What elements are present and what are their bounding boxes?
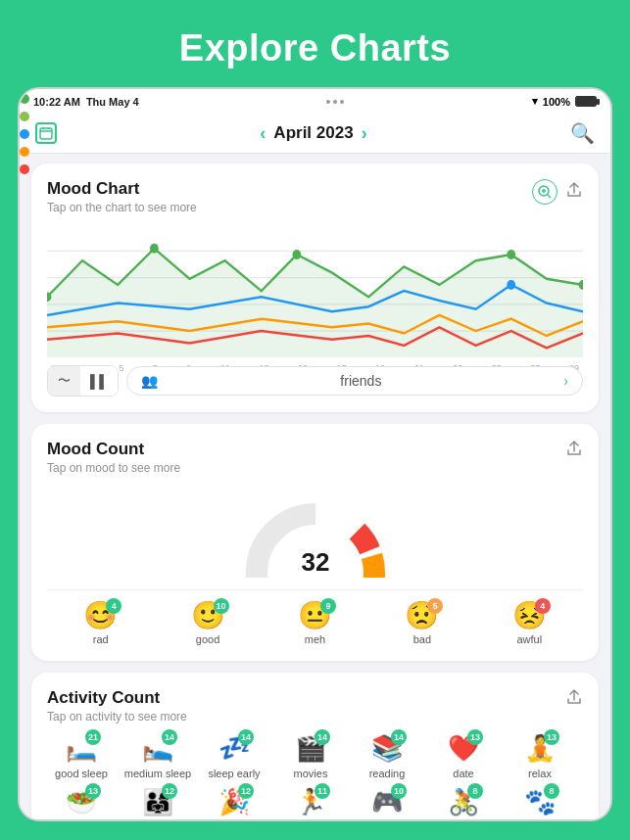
mood-item-rad[interactable]: 😊 4 rad: [83, 602, 118, 645]
mood-chart-header: Mood Chart Tap on the chart to see more: [47, 179, 583, 214]
activity-icon-wrap-cycling: 🚴 8: [448, 787, 479, 817]
activity-item-movies[interactable]: 🎬 14 movies: [276, 733, 345, 779]
month-label: April 2023: [273, 123, 353, 143]
wifi-icon: ▾: [532, 95, 538, 108]
mood-item-bad[interactable]: 😟 5 bad: [405, 602, 439, 645]
chevron-right-icon: ›: [563, 373, 568, 389]
header-area: Explore Charts: [0, 0, 630, 87]
nav-center: ‹ April 2023 ›: [260, 123, 366, 144]
mood-item-meh[interactable]: 😐 9 meh: [298, 602, 332, 645]
activity-icon-wrap-party: 🎉 12: [218, 787, 250, 817]
chart-type-buttons: 〜 ▌▌: [47, 365, 119, 397]
awful-label: awful: [516, 633, 542, 645]
reading-badge: 14: [391, 729, 407, 745]
activity-item-run[interactable]: 🏃 11 run: [276, 787, 345, 819]
cycling-badge: 8: [467, 783, 483, 799]
activity-grid: 🛏️ 21 good sleep 🛌 14 medium sleep 💤: [47, 733, 583, 819]
status-time: 10:22 AM: [33, 96, 80, 108]
meh-label: meh: [305, 633, 325, 645]
bad-label: bad: [413, 633, 431, 645]
pets-badge: 8: [544, 783, 559, 799]
activity-icon-wrap-gaming: 🎮 10: [371, 787, 403, 817]
mood-count-card: Mood Count Tap on mood to see more: [31, 424, 599, 661]
good-sleep-badge: 21: [85, 729, 101, 745]
mood-chart-share-button[interactable]: [565, 181, 583, 204]
activity-item-relax[interactable]: 🧘 13 relax: [506, 733, 574, 779]
activity-icon-wrap-eat-healthy: 🥗 13: [66, 787, 97, 817]
status-dots: [326, 100, 344, 104]
mood-count-subtitle: Tap on mood to see more: [47, 461, 180, 475]
activity-icon-wrap-reading: 📚 14: [371, 733, 403, 764]
activity-icon-wrap-sleep-early: 💤 14: [218, 733, 250, 764]
mood-chart-subtitle: Tap on the chart to see more: [47, 201, 197, 214]
activity-count-share-button[interactable]: [565, 688, 583, 711]
prev-month-button[interactable]: ‹: [260, 123, 266, 144]
status-right: ▾ 100%: [532, 95, 597, 108]
bad-badge: 5: [427, 598, 443, 614]
chart-area: 1 3 5 7 9 11 13 15 17 19 21 23 25 27: [47, 224, 583, 357]
medium-sleep-badge: 14: [162, 729, 177, 745]
activity-item-gaming[interactable]: 🎮 10 gaming: [353, 787, 421, 819]
page-title: Explore Charts: [20, 27, 610, 70]
mood-item-good[interactable]: 🙂 10 good: [191, 602, 225, 645]
activity-item-reading[interactable]: 📚 14 reading: [353, 733, 421, 779]
next-month-button[interactable]: ›: [362, 123, 367, 144]
zoom-button[interactable]: [532, 179, 557, 205]
mood-item-awful[interactable]: 😣 4 awful: [512, 602, 547, 645]
medium-sleep-label: medium sleep: [124, 768, 191, 779]
search-icon[interactable]: 🔍: [570, 121, 595, 145]
activity-count-header: Activity Count Tap on activity to see mo…: [47, 688, 583, 723]
relax-badge: 13: [544, 729, 559, 745]
activity-item-sleep-early[interactable]: 💤 14 sleep early: [200, 733, 268, 779]
mood-emoji-wrap-good: 🙂 10: [191, 602, 225, 630]
svg-point-14: [150, 244, 159, 254]
svg-point-18: [507, 280, 515, 290]
battery-icon: [575, 96, 597, 107]
bar-chart-button[interactable]: ▌▌: [80, 366, 118, 396]
svg-point-15: [293, 250, 302, 259]
mood-chart-title: Mood Chart: [47, 179, 197, 199]
mood-count-title: Mood Count: [47, 440, 180, 459]
friends-filter-button[interactable]: 👥 friends ›: [126, 366, 583, 396]
date-label: date: [453, 768, 473, 779]
mood-emoji-wrap-bad: 😟 5: [405, 602, 439, 630]
line-chart-button[interactable]: 〜: [48, 366, 80, 396]
activity-item-family[interactable]: 👨‍👩‍👧 12 family: [123, 787, 192, 819]
activity-item-cycling[interactable]: 🚴 8 cycling: [429, 787, 498, 819]
activity-item-date[interactable]: ❤️ 13 date: [429, 733, 498, 779]
activity-item-eat-healthy[interactable]: 🥗 13 eat healthy: [47, 787, 116, 819]
activity-icon-wrap-medium-sleep: 🛌 14: [142, 733, 173, 764]
run-badge: 11: [315, 783, 330, 799]
mood-emoji-wrap-awful: 😣 4: [512, 602, 547, 630]
activity-item-medium-sleep[interactable]: 🛌 14 medium sleep: [123, 733, 192, 779]
status-bar: 10:22 AM Thu May 4 ▾ 100%: [20, 89, 610, 114]
activity-item-party[interactable]: 🎉 12 party: [200, 787, 268, 819]
mood-chart-card: Mood Chart Tap on the chart to see more: [31, 163, 599, 412]
activity-icon-wrap-good-sleep: 🛏️ 21: [66, 733, 97, 764]
mood-emoji-wrap-rad: 😊 4: [83, 602, 118, 630]
activity-count-subtitle: Tap on activity to see more: [47, 710, 187, 723]
good-sleep-label: good sleep: [55, 768, 108, 779]
family-badge: 12: [162, 783, 177, 799]
good-label: good: [196, 633, 219, 645]
nav-bar: ‹ April 2023 › 🔍: [20, 114, 610, 154]
activity-count-card: Activity Count Tap on activity to see mo…: [31, 673, 599, 819]
chart-legend: [20, 154, 29, 174]
activity-item-pets[interactable]: 🐾 8 pets: [506, 787, 574, 819]
mood-row: 😊 4 rad 🙂 10 good 😐 9: [47, 589, 583, 645]
mood-chart-svg: [47, 224, 583, 357]
good-badge: 10: [214, 598, 229, 614]
legend-dot-awful: [20, 164, 29, 174]
donut-chart: 32: [227, 485, 404, 578]
activity-item-good-sleep[interactable]: 🛏️ 21 good sleep: [47, 733, 116, 779]
donut-container: 32: [47, 485, 583, 578]
activity-icon-wrap-run: 🏃 11: [295, 787, 326, 817]
activity-count-title: Activity Count: [47, 688, 187, 708]
scroll-content[interactable]: Mood Chart Tap on the chart to see more: [20, 154, 610, 819]
mood-count-share-button[interactable]: [565, 440, 583, 462]
activity-icon-wrap-pets: 🐾 8: [524, 787, 556, 817]
friends-label: friends: [340, 373, 381, 389]
svg-rect-0: [40, 128, 52, 139]
calendar-icon[interactable]: [35, 122, 57, 144]
mood-count-header: Mood Count Tap on mood to see more: [47, 440, 583, 475]
